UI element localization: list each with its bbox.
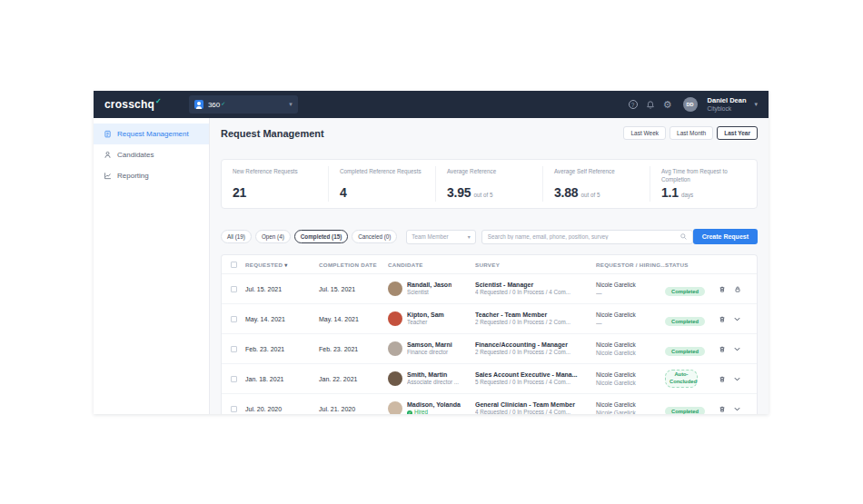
column-header-requested[interactable]: Requested▾ [245, 262, 319, 268]
requested-date: May. 14. 2021 [245, 316, 319, 322]
completion-date: Jul. 15. 2021 [319, 286, 388, 292]
status-badge: Completed [665, 287, 705, 296]
help-icon[interactable]: ? [629, 100, 638, 109]
chevron-down-icon[interactable]: ▾ [754, 101, 758, 108]
stat-label: Average Reference [447, 168, 531, 184]
avatar[interactable]: DD [683, 97, 698, 112]
user-menu[interactable]: Daniel Dean Cityblock [708, 97, 747, 112]
row-checkbox[interactable] [231, 406, 237, 412]
chevron-down-icon[interactable] [734, 377, 740, 381]
stat-value: 4 [340, 185, 347, 200]
survey-detail: 5 Requested / 0 In Process / 4 Com... [475, 379, 596, 386]
filter-tab-completed[interactable]: Completed (15) [294, 230, 348, 243]
team-member-dropdown[interactable]: Team Member ▾ [406, 230, 475, 244]
requested-date: Jul. 20. 2020 [245, 406, 319, 412]
sidebar-item-label: Request Management [117, 130, 189, 138]
candidate-avatar [388, 282, 402, 296]
sidebar-item-label: Reporting [117, 172, 149, 180]
chevron-down-icon[interactable] [734, 317, 740, 321]
sidebar-item-label: Candidates [117, 151, 154, 159]
row-checkbox[interactable] [231, 376, 237, 382]
search-icon [680, 233, 687, 240]
candidate-title: Associate director ... [407, 379, 459, 386]
filter-tab-open[interactable]: Open (4) [255, 230, 291, 243]
filter-tab-canceled[interactable]: Canceled (0) [352, 230, 397, 243]
user-company: Cityblock [708, 105, 747, 112]
user-name: Daniel Dean [708, 97, 747, 105]
stat-value: 21 [233, 185, 246, 200]
column-header-completion-date: Completion Date [319, 262, 388, 268]
sidebar-item-reporting[interactable]: Reporting [94, 165, 209, 186]
completion-date: Jan. 22. 2021 [319, 376, 388, 382]
gear-icon[interactable]: ⚙ [663, 100, 672, 110]
row-checkbox[interactable] [231, 316, 237, 322]
candidate-name: Kipton, Sam [407, 311, 444, 319]
completion-date: Feb. 23. 2021 [319, 346, 388, 352]
hiring-manager: — [596, 319, 665, 327]
status-badge: Auto-Concluded [665, 370, 698, 387]
candidate-avatar [388, 371, 402, 386]
team-member-dropdown-label: Team Member [412, 233, 448, 240]
column-label: Requested [245, 262, 283, 268]
column-label: Status [665, 262, 689, 268]
candidate-name: Samson, Marni [407, 341, 452, 349]
time-filter-group: Last Week Last Month Last Year [623, 126, 758, 140]
stat-value: 3.95 [447, 185, 471, 200]
filter-row: All (19) Open (4) Completed (15) Cancele… [221, 229, 758, 244]
chevron-down-icon[interactable] [734, 347, 740, 351]
bell-icon[interactable] [646, 100, 655, 110]
candidate-title: Scientist [407, 289, 451, 296]
product-selector-dropdown[interactable]: 360 ✓ ▾ [189, 95, 298, 114]
survey-detail: 2 Requested / 0 In Process / 2 Com... [475, 319, 596, 326]
last-month-button[interactable]: Last Month [670, 126, 713, 140]
chart-icon [104, 172, 112, 180]
requestor-name: Nicole Garelick [596, 341, 665, 349]
sort-desc-icon: ▾ [284, 262, 287, 268]
column-label: Requestor / Hiring... [596, 262, 665, 268]
row-checkbox[interactable] [231, 346, 237, 352]
trash-icon[interactable] [719, 345, 726, 353]
candidate-name: Randall, Jason [407, 281, 451, 289]
candidate-title: Teacher [407, 319, 444, 326]
badge-360-icon [194, 100, 203, 109]
survey-detail: 2 Requested / 0 In Process / 2 Com... [475, 349, 596, 356]
topbar: crosschq ✓ 360 ✓ ▾ ? ⚙ DD Daniel Dean Ci… [94, 91, 769, 118]
filter-tab-all[interactable]: All (19) [221, 230, 252, 243]
hired-check-icon: ✓ [407, 410, 412, 414]
stat-new-reference-requests: New Reference Requests 21 [222, 166, 328, 202]
candidate-avatar [388, 341, 402, 356]
requestor-name: Nicole Garelick [596, 371, 665, 379]
candidate-name: Smith, Martin [407, 371, 459, 379]
survey-detail: 4 Requested / 0 In Process / 4 Com... [475, 289, 596, 296]
requested-date: Feb. 23. 2021 [245, 346, 319, 352]
topbar-actions: ? ⚙ DD Daniel Dean Cityblock ▾ [629, 97, 758, 112]
lock-icon[interactable] [734, 285, 741, 293]
column-header-requestor: Requestor / Hiring... [596, 262, 665, 268]
sidebar-item-request-management[interactable]: Request Management [94, 124, 209, 144]
search-input[interactable] [488, 233, 677, 240]
sidebar-item-candidates[interactable]: Candidates [94, 144, 209, 165]
hired-label: Hired [414, 409, 428, 414]
column-header-candidate: Candidate [388, 262, 475, 268]
select-all-checkbox[interactable] [231, 262, 237, 268]
trash-icon[interactable] [719, 405, 726, 413]
stat-label: Avg Time from Request to Completion [661, 168, 746, 184]
candidate-name: Madison, Yolanda [407, 400, 461, 409]
chevron-down-icon[interactable] [734, 407, 740, 411]
survey-title: Finance/Accounting - Manager [475, 341, 596, 349]
clipboard-icon [104, 130, 112, 138]
last-year-button[interactable]: Last Year [717, 126, 758, 140]
column-header-status: Status [665, 262, 718, 268]
trash-icon[interactable] [719, 285, 726, 293]
main-content: Request Management Last Week Last Month … [210, 118, 769, 414]
trash-icon[interactable] [719, 375, 726, 383]
create-request-button[interactable]: Create Request [693, 229, 758, 244]
requestor-name: Nicole Garelick [596, 281, 665, 289]
row-checkbox[interactable] [231, 286, 237, 292]
status-badge: Completed [665, 347, 705, 356]
trash-icon[interactable] [719, 315, 726, 323]
stat-suffix: out of 5 [473, 192, 492, 198]
candidate-title: Finance director [407, 349, 452, 356]
search-box [481, 230, 693, 244]
last-week-button[interactable]: Last Week [623, 126, 666, 140]
